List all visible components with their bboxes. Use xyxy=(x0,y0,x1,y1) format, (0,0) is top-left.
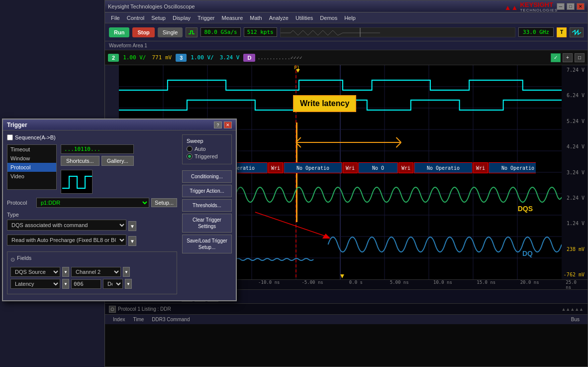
menu-demos[interactable]: Demos xyxy=(317,14,340,22)
ts-pos5: 5.00 ns xyxy=(390,280,409,285)
voltage-labels: 7.24 V 6.24 V 5.24 V 4.24 V 3.24 V 2.24 … xyxy=(562,65,588,279)
channelD-badge[interactable]: D xyxy=(243,54,255,62)
setup-btn[interactable]: Setup... xyxy=(151,198,177,207)
channel-more-btn[interactable]: □ xyxy=(575,53,585,62)
protocol-select[interactable]: p1:DDR xyxy=(36,198,149,208)
trigger-type-list[interactable]: Timeout Window Protocol Video xyxy=(7,144,57,190)
fields-header: ⊙ Fields xyxy=(10,255,174,264)
single-button[interactable]: Single xyxy=(158,27,183,37)
channelD-pattern: ...........✓✓✓✓ xyxy=(257,55,302,60)
conditioning-btn[interactable]: Conditioning... xyxy=(182,170,232,183)
dqs-channel-dropdown[interactable]: ▼ xyxy=(123,267,130,277)
menu-measure[interactable]: Measure xyxy=(218,14,246,22)
voltage-7-24: 7.24 V xyxy=(563,67,587,73)
trig-protocol[interactable]: Protocol xyxy=(7,163,56,172)
ts-neg5: -5.00 ns xyxy=(301,280,323,285)
thresholds-btn[interactable]: Thresholds... xyxy=(182,199,232,212)
trigger-dialog-left: Sequence(A->B) Timeout Window Protocol V… xyxy=(7,134,177,296)
trigger-dialog-close[interactable]: ✕ xyxy=(224,122,232,128)
menu-trigger[interactable]: Trigger xyxy=(195,14,217,22)
trigger-action-btn[interactable]: Trigger Action... xyxy=(182,185,232,197)
latency-dropdown[interactable]: ▼ xyxy=(62,279,69,289)
waveform-area-label: Waveform Area 1 xyxy=(105,41,588,50)
channel2-badge[interactable]: 2 xyxy=(108,54,119,62)
menu-analyze[interactable]: Analyze xyxy=(266,14,292,22)
trigger-level-slider[interactable] xyxy=(280,27,515,37)
trigger-dialog-title: Trigger xyxy=(7,122,27,128)
probe-icon[interactable] xyxy=(570,27,584,37)
type-select-1[interactable]: DQS associated with command xyxy=(7,220,126,231)
dqs-source-dropdown[interactable]: ▼ xyxy=(62,267,69,277)
ts-pos20: 20.0 ns xyxy=(520,280,539,285)
latency-format-dropdown[interactable]: ▼ xyxy=(125,279,132,289)
latency-format-select[interactable]: Dec xyxy=(103,279,123,289)
trig-window[interactable]: Window xyxy=(7,154,56,163)
menu-help[interactable]: Help xyxy=(341,14,359,22)
channel-header: 2 1.00 V/ 771 mV 3 1.00 V/ 3.24 V D ....… xyxy=(105,50,588,65)
channel3-value: 3.24 V xyxy=(218,54,242,61)
vendor-sub: TECHNOLOGIES xyxy=(520,8,558,13)
menu-math[interactable]: Math xyxy=(247,14,265,22)
svg-point-37 xyxy=(111,308,114,311)
fields-section: ⊙ Fields DQS Source ▼ Channel 2 ▼ xyxy=(7,251,177,294)
field-dqs-channel-select[interactable]: Channel 2 xyxy=(71,267,121,277)
triggered-label: Triggered xyxy=(195,153,218,159)
svg-marker-30 xyxy=(340,274,344,278)
auto-label: Auto xyxy=(195,146,206,152)
clear-trigger-btn[interactable]: Clear Trigger Settings xyxy=(182,214,232,233)
menu-control[interactable]: Control xyxy=(124,14,147,22)
stop-button[interactable]: Stop xyxy=(132,27,154,37)
type-select-2[interactable]: Read with Auto Precharge (Fixed BL8 or B… xyxy=(7,235,126,245)
close-btn[interactable]: ✕ xyxy=(577,3,585,10)
latency-value-input[interactable] xyxy=(71,279,101,289)
col-bus: Bus xyxy=(567,317,584,322)
title-bar-left: Keysight Technologies Oscilloscope xyxy=(108,3,195,9)
listing-settings-icon[interactable] xyxy=(109,306,116,313)
channel3-voltage: 1.00 V/ xyxy=(189,54,215,61)
run-button[interactable]: Run xyxy=(109,27,129,37)
trig-timeout[interactable]: Timeout xyxy=(7,145,56,154)
voltage-neg762m: -762 mV xyxy=(563,272,587,277)
triggered-radio[interactable] xyxy=(187,153,193,159)
field-latency-row: Latency ▼ Dec ▼ xyxy=(10,279,174,289)
trigger-type-section: Timeout Window Protocol Video ...10110..… xyxy=(7,144,177,194)
dq-label: DQ xyxy=(522,249,533,257)
sample-rate-field: 80.0 GSa/s xyxy=(200,27,240,37)
maximize-btn[interactable]: □ xyxy=(567,3,575,10)
fields-expand[interactable]: ⊙ xyxy=(10,256,15,263)
header-controls: ✓ + □ xyxy=(551,53,585,62)
channel2-value: 771 mV xyxy=(150,54,174,61)
minimize-btn[interactable]: ─ xyxy=(557,3,565,10)
channel-settings-btn[interactable]: + xyxy=(563,53,573,62)
listing-expander: ▲▲▲▲▲ xyxy=(561,307,584,312)
menu-setup[interactable]: Setup xyxy=(148,14,169,22)
field-latency-select[interactable]: Latency xyxy=(10,279,60,289)
trigger-icon[interactable] xyxy=(186,27,197,37)
type-dropdown-1[interactable]: ▼ xyxy=(128,221,136,231)
menu-file[interactable]: File xyxy=(108,14,123,22)
window-controls: ─ □ ✕ xyxy=(557,3,585,10)
protocol-listing: Protocol 1 Listing : DDR ▲▲▲▲▲ xyxy=(105,303,588,314)
shortcuts-btn[interactable]: Shortcuts... xyxy=(61,156,99,166)
trigger-level-btn[interactable]: T xyxy=(557,27,567,37)
trigger-dialog-titlebar: Trigger ? ✕ xyxy=(3,120,236,130)
ts-0: 0.0 s xyxy=(349,280,363,285)
trigger-dialog-help[interactable]: ? xyxy=(214,122,222,128)
gallery-btn[interactable]: Gallery... xyxy=(101,156,134,166)
voltage-4-24: 4.24 V xyxy=(563,144,587,149)
menu-display[interactable]: Display xyxy=(170,14,194,22)
title-bar: Keysight Technologies Oscilloscope ▲▲ KE… xyxy=(105,0,588,12)
trigger-wave-svg xyxy=(281,28,515,37)
type-dropdown-2[interactable]: ▼ xyxy=(128,236,136,246)
trigger-dialog-controls: ? ✕ xyxy=(214,122,232,128)
save-load-btn[interactable]: Save/Load Trigger Setup... xyxy=(182,235,232,253)
trig-video[interactable]: Video xyxy=(7,172,56,181)
svg-line-26 xyxy=(255,212,328,237)
channel3-badge[interactable]: 3 xyxy=(176,54,187,62)
add-channel-btn[interactable]: ✓ xyxy=(551,53,561,62)
field-dqs-source-select[interactable]: DQS Source xyxy=(10,267,60,277)
sequence-checkbox[interactable] xyxy=(7,134,13,140)
trigger-dialog: Trigger ? ✕ Sequence(A->B) Timeout Windo… xyxy=(2,119,237,301)
menu-utilities[interactable]: Utilities xyxy=(293,14,316,22)
auto-radio[interactable] xyxy=(187,146,193,152)
